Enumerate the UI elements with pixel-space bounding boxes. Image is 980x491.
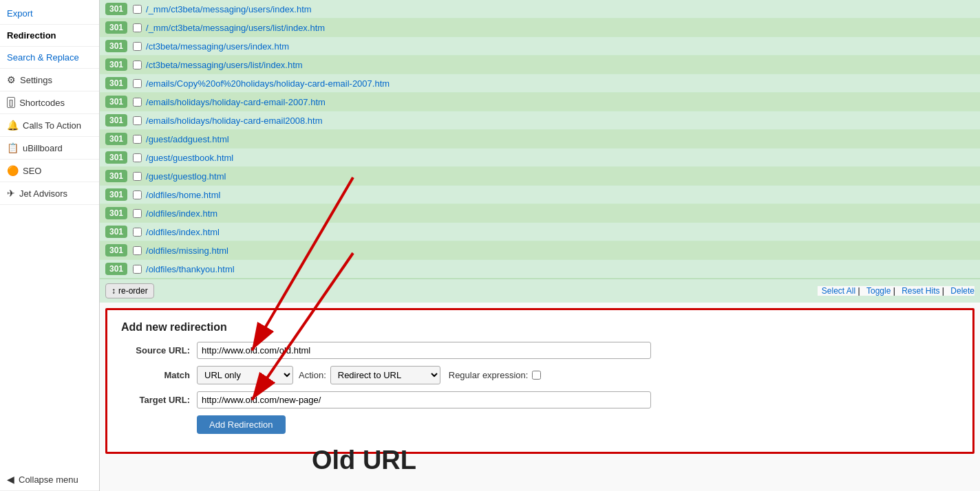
target-url-input[interactable]: [197, 391, 651, 408]
sidebar-item-ubillboard[interactable]: 📋 uBillboard: [0, 137, 99, 160]
redirect-checkbox[interactable]: [133, 23, 142, 32]
redirect-url[interactable]: /oldfiles/index.htm: [146, 208, 217, 219]
calls-to-action-label: Calls To Action: [23, 120, 81, 131]
redirect-url[interactable]: /emails/holidays/holiday-card-email2008.…: [146, 116, 323, 126]
redirect-checkbox[interactable]: [133, 246, 142, 255]
redirect-checkbox[interactable]: [133, 265, 142, 274]
redirect-url[interactable]: /emails/holidays/holiday-card-email-2007…: [146, 97, 326, 107]
collapse-icon: ◀: [7, 474, 14, 485]
redirect-row: 301 /emails/Copy%20of%20holidays/holiday…: [100, 74, 980, 93]
top-actions: Select All | Toggle | Reset Hits | Delet…: [818, 286, 974, 296]
redirect-url[interactable]: /oldfiles/home.html: [146, 190, 220, 200]
reorder-button[interactable]: ↕ re-order: [105, 283, 154, 298]
redirect-row: 301 /emails/holidays/holiday-card-email-…: [100, 93, 980, 111]
redirect-checkbox[interactable]: [133, 190, 142, 199]
sidebar-item-collapse-menu[interactable]: ◀ Collapse menu: [0, 468, 99, 491]
redirect-list: 301 /_mm/ct3beta/messaging/users/index.h…: [100, 0, 980, 279]
redirect-url[interactable]: /oldfiles/missing.html: [146, 246, 228, 256]
redirect-row: 301 /emails/holidays/holiday-card-email2…: [100, 111, 980, 130]
redirect-row: 301 /ct3beta/messaging/users/index.htm: [100, 37, 980, 56]
select-all-link[interactable]: Select All: [822, 286, 855, 296]
redirect-code: 301: [105, 77, 127, 89]
sidebar-item-export[interactable]: Export: [0, 3, 99, 25]
redirect-code: 301: [105, 188, 127, 201]
redirect-row: 301 /guest/addguest.html: [100, 130, 980, 149]
redirect-checkbox[interactable]: [133, 209, 142, 218]
sidebar-item-shortcodes[interactable]: [] Shortcodes: [0, 91, 99, 114]
redirect-code: 301: [105, 96, 127, 108]
settings-icon: ⚙: [7, 74, 16, 85]
reorder-label: re-order: [118, 286, 148, 296]
action-select[interactable]: Redirect to URLRedirect to random postRe…: [330, 366, 440, 384]
add-redirection-button[interactable]: Add Redirection: [197, 415, 286, 434]
redirect-checkbox[interactable]: [133, 61, 142, 69]
seo-label: SEO: [23, 166, 41, 176]
redirect-code: 301: [105, 263, 127, 275]
add-form-wrapper: Add new redirection Source URL: Match UR…: [105, 308, 974, 454]
redirect-row: 301 /guest/guestlog.html: [100, 167, 980, 186]
toggle-link[interactable]: Toggle: [866, 286, 891, 296]
redirect-row: 301 /oldfiles/index.htm: [100, 204, 980, 223]
bottom-toolbar: ↕ re-order Select All | Toggle | Reset H…: [100, 279, 980, 303]
redirect-url[interactable]: /emails/Copy%20of%20holidays/holiday-car…: [146, 78, 390, 89]
redirect-checkbox[interactable]: [133, 153, 142, 162]
redirect-code: 301: [105, 114, 127, 127]
search-replace-link[interactable]: Search & Replace: [7, 52, 79, 63]
redirect-url[interactable]: /guest/guestlog.html: [146, 171, 226, 182]
reorder-icon: ↕: [111, 286, 116, 296]
submit-row: Add Redirection: [121, 415, 959, 434]
sidebar-item-redirection[interactable]: Redirection: [0, 25, 99, 47]
regex-checkbox[interactable]: [532, 371, 541, 380]
redirect-url[interactable]: /_mm/ct3beta/messaging/users/list/index.…: [146, 23, 325, 33]
redirect-code: 301: [105, 207, 127, 219]
redirect-code: 301: [105, 3, 127, 15]
sidebar-item-search-replace[interactable]: Search & Replace: [0, 47, 99, 69]
redirect-code: 301: [105, 133, 127, 145]
calls-to-action-icon: 🔔: [7, 120, 19, 131]
redirect-checkbox[interactable]: [133, 228, 142, 237]
main-content: 301 /_mm/ct3beta/messaging/users/index.h…: [100, 0, 980, 454]
shortcodes-icon: []: [7, 97, 15, 108]
sidebar-item-seo[interactable]: 🟠 SEO: [0, 160, 99, 182]
redirect-url[interactable]: /oldfiles/index.html: [146, 227, 220, 237]
source-url-row: Source URL:: [121, 342, 959, 359]
redirect-checkbox[interactable]: [133, 98, 142, 107]
redirect-checkbox[interactable]: [133, 42, 142, 51]
main-panel: 301 /_mm/ct3beta/messaging/users/index.h…: [100, 0, 980, 491]
redirect-row: 301 /guest/guestbook.html: [100, 149, 980, 167]
action-label: Action:: [299, 370, 326, 380]
regex-label: Regular expression:: [449, 370, 529, 380]
source-url-input[interactable]: [197, 342, 651, 359]
redirect-code: 301: [105, 151, 127, 164]
target-url-label: Target URL:: [121, 395, 190, 405]
sidebar-item-jet-advisors[interactable]: ✈ Jet Advisors: [0, 182, 99, 205]
sidebar: Export Redirection Search & Replace ⚙ Se…: [0, 0, 100, 491]
redirect-checkbox[interactable]: [133, 116, 142, 125]
sidebar-item-settings[interactable]: ⚙ Settings: [0, 69, 99, 91]
redirect-checkbox[interactable]: [133, 79, 142, 88]
export-link[interactable]: Export: [7, 8, 33, 19]
delete-link[interactable]: Delete: [950, 286, 974, 296]
divider2: |: [893, 286, 897, 296]
redirect-url[interactable]: /guest/guestbook.html: [146, 153, 233, 163]
redirect-url[interactable]: /ct3beta/messaging/users/list/index.htm: [146, 60, 303, 70]
redirect-url[interactable]: /_mm/ct3beta/messaging/users/index.htm: [146, 4, 312, 14]
seo-icon: 🟠: [7, 165, 19, 176]
redirect-code: 301: [105, 226, 127, 238]
redirect-checkbox[interactable]: [133, 172, 142, 181]
redirect-url[interactable]: /oldfiles/thankyou.html: [146, 264, 235, 274]
redirect-url[interactable]: /guest/addguest.html: [146, 134, 229, 144]
settings-label: Settings: [20, 75, 52, 85]
redirect-checkbox[interactable]: [133, 135, 142, 144]
redirect-checkbox[interactable]: [133, 5, 142, 14]
jet-advisors-label: Jet Advisors: [19, 188, 67, 199]
reset-hits-link[interactable]: Reset Hits: [902, 286, 939, 296]
sidebar-item-calls-to-action[interactable]: 🔔 Calls To Action: [0, 114, 99, 137]
redirect-row: 301 /ct3beta/messaging/users/list/index.…: [100, 56, 980, 74]
match-select[interactable]: URL onlyURL and login statusURL and refe…: [197, 366, 293, 384]
redirect-url[interactable]: /ct3beta/messaging/users/index.htm: [146, 41, 289, 52]
redirect-row: 301 /_mm/ct3beta/messaging/users/index.h…: [100, 0, 980, 19]
divider3: |: [942, 286, 946, 296]
source-url-label: Source URL:: [121, 345, 190, 356]
redirect-code: 301: [105, 170, 127, 182]
